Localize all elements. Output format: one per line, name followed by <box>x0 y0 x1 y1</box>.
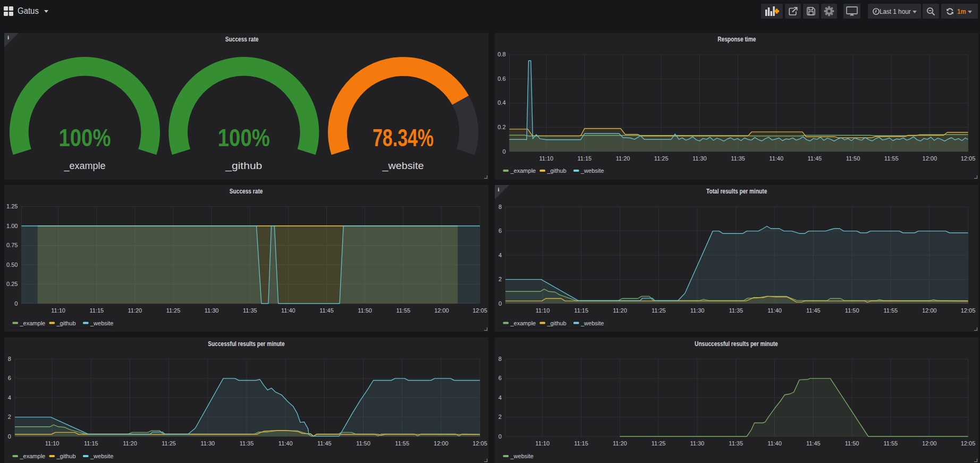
svg-text:11:40: 11:40 <box>767 307 782 314</box>
svg-text:11:10: 11:10 <box>45 440 60 447</box>
svg-text:12:05: 12:05 <box>472 307 487 314</box>
svg-text:12:00: 12:00 <box>434 307 449 314</box>
svg-text:_example: _example <box>510 319 536 326</box>
svg-text:11:35: 11:35 <box>243 307 257 314</box>
svg-text:0.6: 0.6 <box>497 75 505 81</box>
svg-text:11:25: 11:25 <box>162 440 176 447</box>
svg-text:11:55: 11:55 <box>395 440 409 447</box>
svg-text:11:35: 11:35 <box>731 155 745 162</box>
svg-text:0.25: 0.25 <box>6 281 18 287</box>
svg-text:11:20: 11:20 <box>615 155 630 162</box>
svg-text:11:50: 11:50 <box>358 307 372 314</box>
svg-text:_website: _website <box>580 319 604 326</box>
svg-text:2: 2 <box>498 414 501 420</box>
svg-text:11:10: 11:10 <box>535 440 550 447</box>
svg-text:0.4: 0.4 <box>497 99 505 106</box>
svg-text:12:00: 12:00 <box>434 440 449 447</box>
svg-text:11:20: 11:20 <box>128 307 142 314</box>
svg-text:11:55: 11:55 <box>883 307 898 314</box>
svg-text:11:15: 11:15 <box>89 307 104 314</box>
svg-text:11:10: 11:10 <box>535 307 550 314</box>
svg-text:11:15: 11:15 <box>574 307 588 314</box>
svg-text:4: 4 <box>8 394 11 400</box>
svg-text:12:00: 12:00 <box>922 307 936 314</box>
svg-text:11:20: 11:20 <box>123 440 137 447</box>
svg-text:_website: _website <box>382 160 424 171</box>
svg-text:11:20: 11:20 <box>613 307 627 314</box>
svg-text:0: 0 <box>498 433 501 439</box>
svg-text:11:55: 11:55 <box>883 440 898 447</box>
svg-text:11:35: 11:35 <box>729 440 743 447</box>
svg-text:11:35: 11:35 <box>240 440 254 447</box>
svg-text:_website: _website <box>510 453 533 459</box>
svg-text:12:00: 12:00 <box>922 155 937 162</box>
svg-text:11:45: 11:45 <box>806 307 821 314</box>
svg-text:11:30: 11:30 <box>205 307 219 314</box>
svg-text:11:55: 11:55 <box>884 155 898 162</box>
svg-text:11:40: 11:40 <box>767 440 782 447</box>
svg-text:_example: _example <box>510 167 536 174</box>
svg-text:0.2: 0.2 <box>497 123 505 130</box>
svg-text:100%: 100% <box>59 124 111 151</box>
svg-text:11:45: 11:45 <box>319 307 334 314</box>
svg-text:0: 0 <box>8 433 11 439</box>
svg-text:12:05: 12:05 <box>960 440 975 447</box>
svg-text:11:25: 11:25 <box>654 155 668 162</box>
svg-text:1.00: 1.00 <box>6 222 18 229</box>
svg-text:_website: _website <box>90 319 113 326</box>
svg-text:0: 0 <box>14 300 18 306</box>
svg-text:0.8: 0.8 <box>497 51 505 57</box>
svg-text:2: 2 <box>8 414 11 420</box>
svg-text:6: 6 <box>498 228 501 234</box>
svg-text:11:40: 11:40 <box>769 155 783 162</box>
svg-text:11:45: 11:45 <box>317 440 332 447</box>
svg-text:_github: _github <box>546 319 566 326</box>
svg-text:11:35: 11:35 <box>729 307 743 314</box>
svg-text:_github: _github <box>225 160 262 171</box>
svg-text:4: 4 <box>498 394 501 400</box>
svg-text:11:50: 11:50 <box>356 440 370 447</box>
svg-text:11:45: 11:45 <box>806 440 820 447</box>
svg-text:12:05: 12:05 <box>472 440 487 447</box>
svg-text:11:30: 11:30 <box>200 440 215 447</box>
svg-text:0: 0 <box>498 300 501 306</box>
svg-text:_github: _github <box>56 453 76 459</box>
svg-text:11:15: 11:15 <box>574 440 588 447</box>
svg-text:11:40: 11:40 <box>278 440 293 447</box>
svg-text:8: 8 <box>498 203 501 209</box>
svg-text:0.75: 0.75 <box>6 242 18 248</box>
svg-text:_github: _github <box>546 167 566 174</box>
svg-text:11:30: 11:30 <box>690 440 704 447</box>
svg-text:11:30: 11:30 <box>692 155 707 162</box>
svg-text:_website: _website <box>90 453 113 459</box>
svg-text:8: 8 <box>8 356 11 362</box>
svg-text:12:05: 12:05 <box>960 155 975 162</box>
svg-text:11:15: 11:15 <box>577 155 592 162</box>
svg-text:1.25: 1.25 <box>6 203 18 209</box>
svg-text:_website: _website <box>580 167 604 174</box>
svg-text:12:00: 12:00 <box>922 440 936 447</box>
svg-text:11:10: 11:10 <box>51 307 65 314</box>
svg-text:12:05: 12:05 <box>960 307 975 314</box>
svg-text:_example: _example <box>20 453 46 459</box>
svg-text:_github: _github <box>56 319 76 326</box>
svg-text:2: 2 <box>498 276 501 282</box>
svg-text:100%: 100% <box>218 124 270 151</box>
svg-text:78.34%: 78.34% <box>373 124 434 151</box>
svg-text:11:50: 11:50 <box>844 440 859 447</box>
svg-text:8: 8 <box>498 356 501 362</box>
svg-text:11:20: 11:20 <box>612 440 627 447</box>
svg-text:11:50: 11:50 <box>846 155 860 162</box>
svg-text:0.50: 0.50 <box>6 261 18 267</box>
svg-text:11:40: 11:40 <box>281 307 295 314</box>
svg-text:11:25: 11:25 <box>651 307 665 314</box>
svg-text:0: 0 <box>502 148 505 154</box>
svg-text:11:15: 11:15 <box>84 440 98 447</box>
svg-text:11:55: 11:55 <box>396 307 410 314</box>
svg-text:11:50: 11:50 <box>844 307 859 314</box>
svg-text:11:30: 11:30 <box>690 307 704 314</box>
svg-text:4: 4 <box>498 251 501 258</box>
svg-text:11:45: 11:45 <box>807 155 822 162</box>
svg-text:_example: _example <box>20 319 46 326</box>
svg-text:6: 6 <box>8 375 11 381</box>
